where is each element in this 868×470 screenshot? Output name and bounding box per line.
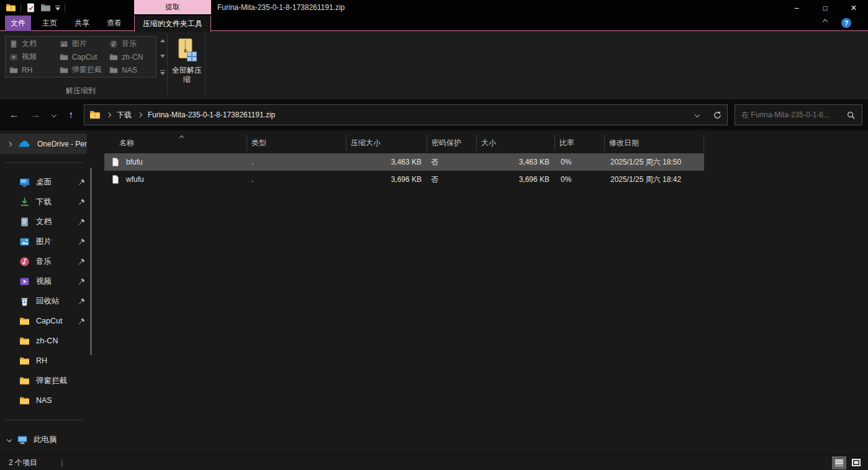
pin-icon xyxy=(78,238,86,246)
ribbon-tab-bar: 文件 主页 共享 查看 压缩的文件夹工具 ? xyxy=(0,16,868,31)
breadcrumb-downloads[interactable]: 下载 xyxy=(117,110,132,120)
sidebar-item-label: 下载 xyxy=(36,197,52,207)
column-header-password-protected[interactable]: 密码保护 xyxy=(427,135,477,151)
tab-file[interactable]: 文件 xyxy=(5,16,31,31)
pin-icon xyxy=(78,258,86,266)
table-row[interactable]: bfufu . 3,463 KB 否 3,463 KB 0% 2025/1/25… xyxy=(104,153,704,171)
search-box[interactable] xyxy=(735,104,862,125)
desktop-icon xyxy=(19,177,30,188)
file-date-modified: 2025/1/25 周六 18:42 xyxy=(605,171,704,188)
extract-destination-rh: RH xyxy=(6,63,56,76)
sidebar-item-capcut[interactable]: CapCut xyxy=(0,311,98,331)
file-compressed-size: 3,696 KB xyxy=(346,171,427,188)
sidebar-item-recycle-bin[interactable]: 回收站 xyxy=(0,291,98,311)
scroll-down-icon[interactable] xyxy=(160,55,165,58)
zip-folder-icon xyxy=(89,109,101,120)
folder-icon xyxy=(60,53,68,61)
search-input[interactable] xyxy=(741,111,843,119)
extract-all-icon xyxy=(176,38,197,63)
column-header-name[interactable]: 名称 xyxy=(104,135,247,151)
back-button[interactable]: ← xyxy=(5,99,24,130)
folder-icon xyxy=(109,66,118,75)
recycle-bin-icon xyxy=(19,296,30,307)
quick-access-toolbar xyxy=(0,2,65,13)
document-icon xyxy=(19,217,30,227)
sidebar-item-zh-cn[interactable]: zh-CN xyxy=(0,331,98,351)
tab-home[interactable]: 主页 xyxy=(36,16,63,31)
sidebar-item-desktop[interactable]: 桌面 xyxy=(0,172,98,192)
window-body: OneDrive - Per 桌面 下载 文档 图片 xyxy=(0,130,868,454)
file-type: . xyxy=(247,153,346,171)
sidebar-item-music[interactable]: 音乐 xyxy=(0,251,98,271)
tab-share[interactable]: 共享 xyxy=(68,16,96,31)
sidebar-item-nas[interactable]: NAS xyxy=(0,391,98,410)
address-bar[interactable]: 下载 Furina-Mita-235-0-1-8-1738261191.zip xyxy=(84,104,728,125)
tab-compressed-folder-tools[interactable]: 压缩的文件夹工具 xyxy=(134,16,211,32)
forward-button[interactable]: → xyxy=(26,99,45,130)
collapse-chevron-icon[interactable] xyxy=(7,437,12,442)
sidebar-scrollbar[interactable] xyxy=(90,168,92,355)
picture-icon xyxy=(60,40,68,48)
column-header-ratio[interactable]: 比率 xyxy=(555,135,605,151)
maximize-button[interactable]: □ xyxy=(811,0,839,16)
sidebar-item-pictures[interactable]: 图片 xyxy=(0,232,98,251)
extract-destination-pictures: 图片 xyxy=(56,37,106,50)
properties-check-icon[interactable] xyxy=(25,2,36,13)
scroll-up-icon[interactable] xyxy=(160,39,165,42)
extract-all-button[interactable]: 全部解压缩 xyxy=(170,34,204,96)
minimize-button[interactable]: − xyxy=(782,0,811,16)
column-header-size[interactable]: 大小 xyxy=(477,135,555,151)
sidebar-item-documents[interactable]: 文档 xyxy=(0,212,98,232)
address-dropdown-icon[interactable] xyxy=(695,112,700,117)
sidebar-item-label: 弹窗拦截 xyxy=(36,376,67,386)
more-destinations-icon[interactable] xyxy=(160,70,165,75)
breadcrumb-zip-file[interactable]: Furina-Mita-235-0-1-8-1738261191.zip xyxy=(148,111,275,119)
recent-locations-icon[interactable] xyxy=(47,99,61,130)
sidebar-item-popup-block[interactable]: 弹窗拦截 xyxy=(0,371,98,391)
sidebar-item-onedrive[interactable]: OneDrive - Per xyxy=(0,133,87,154)
window-title: Furina-Mita-235-0-1-8-1738261191.zip xyxy=(217,0,345,16)
expand-chevron-icon[interactable] xyxy=(7,142,12,147)
file-date-modified: 2025/1/25 周六 18:50 xyxy=(605,153,704,171)
column-header-compressed-size[interactable]: 压缩大小 xyxy=(346,135,427,151)
sidebar-item-label: 回收站 xyxy=(36,296,60,307)
folder-icon xyxy=(19,395,30,406)
help-icon[interactable]: ? xyxy=(841,18,851,28)
folder-icon xyxy=(19,336,30,346)
close-button[interactable]: × xyxy=(839,0,868,16)
video-icon xyxy=(9,53,18,61)
refresh-icon[interactable] xyxy=(713,111,722,120)
pin-icon xyxy=(78,198,86,206)
folder-icon xyxy=(19,376,30,386)
sidebar-item-rh[interactable]: RH xyxy=(0,351,98,371)
folder-icon xyxy=(9,66,18,75)
item-count: 2 个项目 xyxy=(9,458,37,468)
table-row[interactable]: wfufu . 3,696 KB 否 3,696 KB 0% 2025/1/25… xyxy=(104,171,704,188)
file-name: wfufu xyxy=(126,175,144,184)
context-tab-group-header: 提取 xyxy=(134,0,211,14)
column-header-date-modified[interactable]: 修改日期 xyxy=(605,135,704,151)
file-icon xyxy=(111,174,120,184)
up-button[interactable]: ↑ xyxy=(62,99,79,130)
zip-folder-icon[interactable] xyxy=(6,2,16,13)
customize-toolbar-dropdown-icon[interactable] xyxy=(55,6,60,11)
tab-view[interactable]: 查看 xyxy=(101,16,128,31)
details-view-button[interactable] xyxy=(832,456,846,469)
large-icons-view-button[interactable] xyxy=(849,456,863,469)
folder-icon xyxy=(60,66,68,75)
search-icon[interactable] xyxy=(846,111,856,120)
column-header-type[interactable]: 类型 xyxy=(247,135,346,151)
collapse-ribbon-icon[interactable] xyxy=(823,19,828,24)
file-list: bfufu . 3,463 KB 否 3,463 KB 0% 2025/1/25… xyxy=(104,153,704,188)
sidebar-item-label: 此电脑 xyxy=(34,435,57,445)
this-pc-icon xyxy=(17,434,28,445)
file-ratio: 0% xyxy=(555,171,605,188)
navigation-bar: ← → ↑ 下载 Furina-Mita-235-0-1-8-173826119… xyxy=(0,99,868,130)
sidebar-item-label: NAS xyxy=(36,396,52,405)
sidebar-item-videos[interactable]: 视频 xyxy=(0,271,98,291)
file-icon xyxy=(111,157,120,167)
folder-icon xyxy=(19,316,30,327)
sidebar-item-this-pc[interactable]: 此电脑 xyxy=(0,430,98,450)
sidebar-item-downloads[interactable]: 下载 xyxy=(0,192,98,212)
new-folder-icon[interactable] xyxy=(40,2,51,13)
